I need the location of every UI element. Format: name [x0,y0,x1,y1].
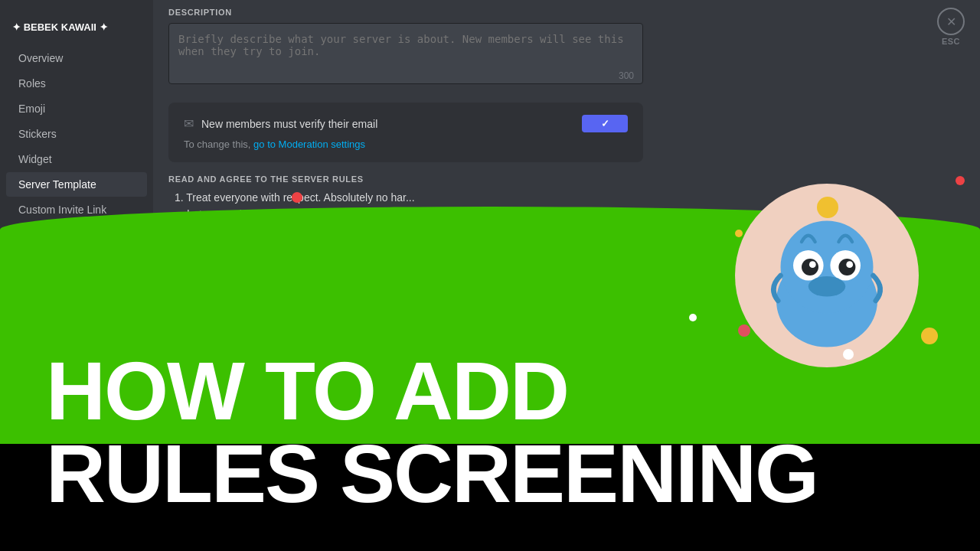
verification-title: ✉ New members must verify their email [184,116,377,131]
rule-item-1: 1. Treat everyone with respect. Absolute… [168,191,643,204]
sidebar-item-overview[interactable]: Overview [6,46,147,70]
description-section: DESCRIPTION 300 [168,0,965,87]
verification-text: To change this, go to Moderation setting… [184,139,628,150]
rule-number: 1. [175,191,184,204]
description-label: DESCRIPTION [168,0,965,17]
svg-point-4 [802,259,818,276]
title-line1: HOW TO ADD [46,344,568,437]
svg-point-6 [809,261,816,268]
sidebar-item-roles[interactable]: Roles [6,71,147,96]
diamond-left: ✦ [12,21,21,33]
dot-yellow-small [735,230,743,237]
svg-point-8 [808,276,845,296]
svg-point-5 [838,259,855,276]
server-name: ✦ BEBEK KAWAII ✦ [0,15,153,45]
diamond-right: ✦ [100,21,108,33]
sidebar-item-emoji[interactable]: Emoji [6,96,147,121]
verification-title-text: New members must verify their email [201,118,377,130]
char-count: 300 [619,70,634,81]
description-textarea-wrapper: 300 [168,23,643,87]
description-textarea[interactable] [168,23,643,84]
email-icon: ✉ [184,116,194,131]
verification-header: ✉ New members must verify their email ✓ [184,115,628,132]
esc-label: ESC [942,37,960,46]
sidebar-item-widget[interactable]: Widget [6,147,147,171]
sidebar-item-server-template[interactable]: Server Template [6,172,147,197]
dot-red-corner [292,192,302,203]
red-dot-indicator [956,176,965,185]
thumbnail-title: HOW TO ADD RULES SCREENING [46,350,818,515]
change-text: To change this, [184,139,250,150]
sidebar-item-stickers[interactable]: Stickers [6,122,147,146]
verification-toggle[interactable]: ✓ [582,115,628,132]
dot-white [843,349,854,360]
moderation-settings-link[interactable]: go to Moderation settings [253,139,365,150]
svg-point-7 [846,261,853,268]
rules-header: READ AND AGREE TO THE SERVER RULES [168,174,643,184]
title-line2: RULES SCREENING [46,432,818,515]
close-icon: ✕ [946,15,956,29]
dot-yellow-large [817,197,838,218]
dot-yellow-med [921,328,938,344]
verification-card: ✉ New members must verify their email ✓ … [168,103,643,162]
dot-pink [738,324,750,337]
esc-circle: ✕ [937,8,965,35]
esc-button[interactable]: ✕ ESC [937,8,965,46]
dot-white2 [689,314,697,321]
